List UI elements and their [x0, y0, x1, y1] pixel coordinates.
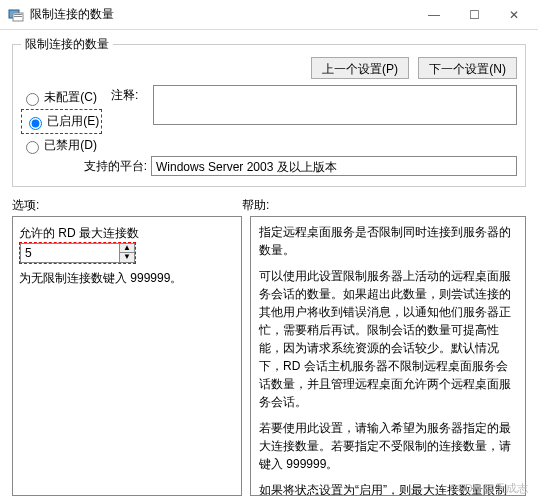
- radio-notconfigured-label: 未配置(C): [44, 90, 97, 104]
- options-body: 允许的 RD 最大连接数 ▲ ▼ 为无限制连接数键入 999999。 指定远程桌…: [12, 216, 526, 496]
- spin-down[interactable]: ▼: [120, 253, 134, 262]
- window-controls: — ☐ ✕: [414, 1, 534, 29]
- help-p2: 可以使用此设置限制服务器上活动的远程桌面服务会话的数量。如果超出此数量，则尝试连…: [259, 267, 517, 411]
- svg-rect-2: [14, 14, 22, 15]
- help-p3: 若要使用此设置，请输入希望为服务器指定的最大连接数量。若要指定不受限制的连接数量…: [259, 419, 517, 473]
- unlimited-hint: 为无限制连接数键入 999999。: [19, 270, 235, 287]
- comment-label: 注释:: [111, 85, 153, 125]
- radio-enabled[interactable]: 已启用(E): [24, 113, 99, 130]
- radio-notconfigured[interactable]: 未配置(C): [21, 89, 111, 106]
- close-button[interactable]: ✕: [494, 1, 534, 29]
- radio-disabled-input[interactable]: [26, 141, 39, 154]
- group-legend: 限制连接的数量: [21, 36, 113, 53]
- section-headers: 选项: 帮助:: [12, 197, 526, 214]
- radio-notconfigured-input[interactable]: [26, 93, 39, 106]
- svg-rect-3: [14, 16, 22, 17]
- platform-value: Windows Server 2003 及以上版本: [151, 156, 517, 176]
- platform-row: 支持的平台: Windows Server 2003 及以上版本: [71, 156, 517, 176]
- radio-disabled[interactable]: 已禁用(D): [21, 137, 111, 154]
- platform-label: 支持的平台:: [71, 158, 151, 175]
- max-conn-label: 允许的 RD 最大连接数: [19, 226, 139, 240]
- policy-group: 限制连接的数量 上一个设置(P) 下一个设置(N) 未配置(C) 已启用(E) …: [12, 36, 526, 187]
- state-radio-group: 未配置(C) 已启用(E) 已禁用(D): [21, 87, 111, 156]
- max-conn-input[interactable]: [20, 243, 120, 263]
- minimize-button[interactable]: —: [414, 1, 454, 29]
- maximize-button[interactable]: ☐: [454, 1, 494, 29]
- comment-textarea[interactable]: [153, 85, 517, 125]
- nav-row: 上一个设置(P) 下一个设置(N): [21, 57, 517, 79]
- help-panel[interactable]: 指定远程桌面服务是否限制同时连接到服务器的数量。 可以使用此设置限制服务器上活动…: [250, 216, 526, 496]
- content-area: 限制连接的数量 上一个设置(P) 下一个设置(N) 未配置(C) 已启用(E) …: [0, 30, 538, 500]
- app-icon: [8, 7, 24, 23]
- watermark: CSDN @天成志: [450, 481, 528, 496]
- help-header: 帮助:: [242, 197, 526, 214]
- spin-buttons: ▲ ▼: [120, 243, 135, 263]
- radio-disabled-label: 已禁用(D): [44, 138, 97, 152]
- options-panel: 允许的 RD 最大连接数 ▲ ▼ 为无限制连接数键入 999999。: [12, 216, 242, 496]
- window-title: 限制连接的数量: [30, 6, 414, 23]
- max-conn-highlight: ▲ ▼: [19, 242, 136, 264]
- comment-row: 注释:: [111, 85, 517, 125]
- next-setting-button[interactable]: 下一个设置(N): [418, 57, 517, 79]
- max-conn-row: 允许的 RD 最大连接数 ▲ ▼: [19, 225, 235, 264]
- radio-enabled-label: 已启用(E): [47, 114, 99, 128]
- titlebar: 限制连接的数量 — ☐ ✕: [0, 0, 538, 30]
- highlight-enabled: 已启用(E): [21, 109, 102, 134]
- radio-enabled-input[interactable]: [29, 117, 42, 130]
- prev-setting-button[interactable]: 上一个设置(P): [311, 57, 409, 79]
- options-header: 选项:: [12, 197, 242, 214]
- help-p1: 指定远程桌面服务是否限制同时连接到服务器的数量。: [259, 223, 517, 259]
